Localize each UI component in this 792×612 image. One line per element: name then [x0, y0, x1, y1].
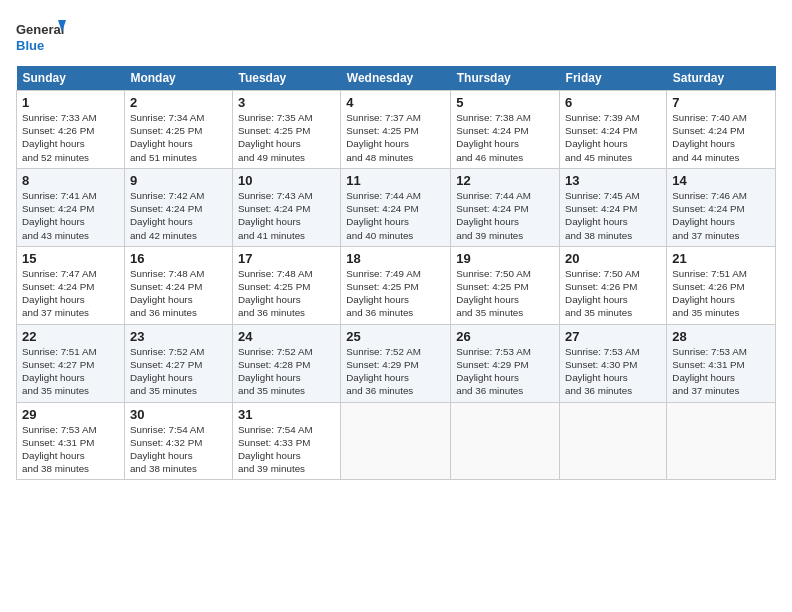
- day-info: Sunrise: 7:40 AMSunset: 4:24 PMDaylight …: [672, 112, 747, 163]
- calendar-cell: 15 Sunrise: 7:47 AMSunset: 4:24 PMDaylig…: [17, 246, 125, 324]
- day-info: Sunrise: 7:48 AMSunset: 4:24 PMDaylight …: [130, 268, 205, 319]
- col-thursday: Thursday: [451, 66, 560, 91]
- calendar-cell: [341, 402, 451, 480]
- day-info: Sunrise: 7:42 AMSunset: 4:24 PMDaylight …: [130, 190, 205, 241]
- day-info: Sunrise: 7:52 AMSunset: 4:28 PMDaylight …: [238, 346, 313, 397]
- calendar-cell: 16 Sunrise: 7:48 AMSunset: 4:24 PMDaylig…: [124, 246, 232, 324]
- logo-svg: General Blue: [16, 16, 66, 56]
- day-number: 5: [456, 95, 554, 110]
- day-number: 7: [672, 95, 770, 110]
- col-saturday: Saturday: [667, 66, 776, 91]
- day-number: 20: [565, 251, 661, 266]
- day-number: 15: [22, 251, 119, 266]
- calendar-row: 1 Sunrise: 7:33 AMSunset: 4:26 PMDayligh…: [17, 91, 776, 169]
- day-info: Sunrise: 7:51 AMSunset: 4:26 PMDaylight …: [672, 268, 747, 319]
- col-friday: Friday: [560, 66, 667, 91]
- day-info: Sunrise: 7:54 AMSunset: 4:32 PMDaylight …: [130, 424, 205, 475]
- calendar-cell: 7 Sunrise: 7:40 AMSunset: 4:24 PMDayligh…: [667, 91, 776, 169]
- calendar-row: 8 Sunrise: 7:41 AMSunset: 4:24 PMDayligh…: [17, 168, 776, 246]
- calendar-cell: 8 Sunrise: 7:41 AMSunset: 4:24 PMDayligh…: [17, 168, 125, 246]
- calendar-cell: 27 Sunrise: 7:53 AMSunset: 4:30 PMDaylig…: [560, 324, 667, 402]
- day-info: Sunrise: 7:37 AMSunset: 4:25 PMDaylight …: [346, 112, 421, 163]
- header: General Blue: [16, 16, 776, 56]
- day-info: Sunrise: 7:48 AMSunset: 4:25 PMDaylight …: [238, 268, 313, 319]
- day-number: 14: [672, 173, 770, 188]
- day-info: Sunrise: 7:35 AMSunset: 4:25 PMDaylight …: [238, 112, 313, 163]
- day-number: 22: [22, 329, 119, 344]
- day-info: Sunrise: 7:43 AMSunset: 4:24 PMDaylight …: [238, 190, 313, 241]
- day-info: Sunrise: 7:52 AMSunset: 4:27 PMDaylight …: [130, 346, 205, 397]
- calendar-cell: 1 Sunrise: 7:33 AMSunset: 4:26 PMDayligh…: [17, 91, 125, 169]
- calendar-cell: 20 Sunrise: 7:50 AMSunset: 4:26 PMDaylig…: [560, 246, 667, 324]
- calendar-header-row: Sunday Monday Tuesday Wednesday Thursday…: [17, 66, 776, 91]
- calendar-cell: 21 Sunrise: 7:51 AMSunset: 4:26 PMDaylig…: [667, 246, 776, 324]
- calendar-cell: 31 Sunrise: 7:54 AMSunset: 4:33 PMDaylig…: [232, 402, 340, 480]
- calendar-cell: 30 Sunrise: 7:54 AMSunset: 4:32 PMDaylig…: [124, 402, 232, 480]
- page-container: General Blue Sunday Monday Tuesday Wedne…: [0, 0, 792, 612]
- calendar-cell: 12 Sunrise: 7:44 AMSunset: 4:24 PMDaylig…: [451, 168, 560, 246]
- day-number: 28: [672, 329, 770, 344]
- day-info: Sunrise: 7:50 AMSunset: 4:25 PMDaylight …: [456, 268, 531, 319]
- day-number: 30: [130, 407, 227, 422]
- calendar-cell: 9 Sunrise: 7:42 AMSunset: 4:24 PMDayligh…: [124, 168, 232, 246]
- day-number: 23: [130, 329, 227, 344]
- calendar-row: 29 Sunrise: 7:53 AMSunset: 4:31 PMDaylig…: [17, 402, 776, 480]
- calendar-body: 1 Sunrise: 7:33 AMSunset: 4:26 PMDayligh…: [17, 91, 776, 480]
- calendar-cell: 2 Sunrise: 7:34 AMSunset: 4:25 PMDayligh…: [124, 91, 232, 169]
- day-info: Sunrise: 7:34 AMSunset: 4:25 PMDaylight …: [130, 112, 205, 163]
- calendar-cell: 26 Sunrise: 7:53 AMSunset: 4:29 PMDaylig…: [451, 324, 560, 402]
- day-number: 27: [565, 329, 661, 344]
- svg-text:Blue: Blue: [16, 38, 44, 53]
- day-info: Sunrise: 7:52 AMSunset: 4:29 PMDaylight …: [346, 346, 421, 397]
- day-info: Sunrise: 7:44 AMSunset: 4:24 PMDaylight …: [346, 190, 421, 241]
- calendar-cell: 25 Sunrise: 7:52 AMSunset: 4:29 PMDaylig…: [341, 324, 451, 402]
- day-info: Sunrise: 7:33 AMSunset: 4:26 PMDaylight …: [22, 112, 97, 163]
- day-info: Sunrise: 7:39 AMSunset: 4:24 PMDaylight …: [565, 112, 640, 163]
- day-number: 3: [238, 95, 335, 110]
- logo: General Blue: [16, 16, 66, 56]
- day-number: 29: [22, 407, 119, 422]
- day-number: 13: [565, 173, 661, 188]
- calendar-cell: [560, 402, 667, 480]
- day-info: Sunrise: 7:53 AMSunset: 4:30 PMDaylight …: [565, 346, 640, 397]
- calendar-cell: 22 Sunrise: 7:51 AMSunset: 4:27 PMDaylig…: [17, 324, 125, 402]
- col-wednesday: Wednesday: [341, 66, 451, 91]
- day-info: Sunrise: 7:53 AMSunset: 4:29 PMDaylight …: [456, 346, 531, 397]
- day-number: 31: [238, 407, 335, 422]
- calendar-cell: [667, 402, 776, 480]
- day-number: 8: [22, 173, 119, 188]
- calendar-cell: 14 Sunrise: 7:46 AMSunset: 4:24 PMDaylig…: [667, 168, 776, 246]
- day-number: 24: [238, 329, 335, 344]
- day-number: 10: [238, 173, 335, 188]
- day-info: Sunrise: 7:45 AMSunset: 4:24 PMDaylight …: [565, 190, 640, 241]
- day-number: 17: [238, 251, 335, 266]
- day-info: Sunrise: 7:44 AMSunset: 4:24 PMDaylight …: [456, 190, 531, 241]
- calendar-cell: 5 Sunrise: 7:38 AMSunset: 4:24 PMDayligh…: [451, 91, 560, 169]
- day-number: 11: [346, 173, 445, 188]
- calendar-cell: 6 Sunrise: 7:39 AMSunset: 4:24 PMDayligh…: [560, 91, 667, 169]
- calendar-row: 15 Sunrise: 7:47 AMSunset: 4:24 PMDaylig…: [17, 246, 776, 324]
- day-number: 1: [22, 95, 119, 110]
- day-number: 19: [456, 251, 554, 266]
- calendar-cell: 24 Sunrise: 7:52 AMSunset: 4:28 PMDaylig…: [232, 324, 340, 402]
- day-number: 9: [130, 173, 227, 188]
- calendar-cell: 3 Sunrise: 7:35 AMSunset: 4:25 PMDayligh…: [232, 91, 340, 169]
- day-info: Sunrise: 7:47 AMSunset: 4:24 PMDaylight …: [22, 268, 97, 319]
- day-info: Sunrise: 7:41 AMSunset: 4:24 PMDaylight …: [22, 190, 97, 241]
- day-info: Sunrise: 7:46 AMSunset: 4:24 PMDaylight …: [672, 190, 747, 241]
- day-info: Sunrise: 7:51 AMSunset: 4:27 PMDaylight …: [22, 346, 97, 397]
- day-number: 16: [130, 251, 227, 266]
- col-tuesday: Tuesday: [232, 66, 340, 91]
- calendar-cell: 11 Sunrise: 7:44 AMSunset: 4:24 PMDaylig…: [341, 168, 451, 246]
- day-number: 18: [346, 251, 445, 266]
- day-number: 21: [672, 251, 770, 266]
- day-number: 2: [130, 95, 227, 110]
- day-info: Sunrise: 7:50 AMSunset: 4:26 PMDaylight …: [565, 268, 640, 319]
- calendar-cell: 13 Sunrise: 7:45 AMSunset: 4:24 PMDaylig…: [560, 168, 667, 246]
- calendar-cell: 29 Sunrise: 7:53 AMSunset: 4:31 PMDaylig…: [17, 402, 125, 480]
- calendar-cell: 28 Sunrise: 7:53 AMSunset: 4:31 PMDaylig…: [667, 324, 776, 402]
- col-monday: Monday: [124, 66, 232, 91]
- day-number: 25: [346, 329, 445, 344]
- calendar-cell: 18 Sunrise: 7:49 AMSunset: 4:25 PMDaylig…: [341, 246, 451, 324]
- day-info: Sunrise: 7:49 AMSunset: 4:25 PMDaylight …: [346, 268, 421, 319]
